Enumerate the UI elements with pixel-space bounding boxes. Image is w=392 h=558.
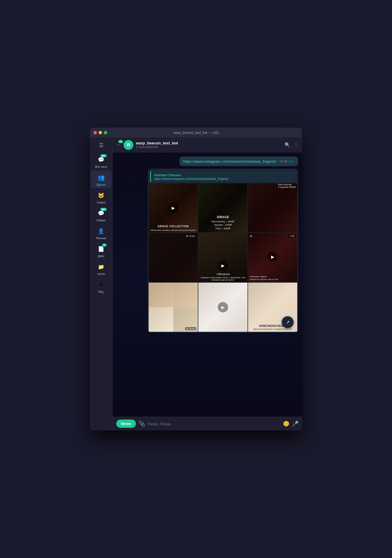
grid-cell-1[interactable]: ▶ GRACE COLLECTION Идеальная посадка, со… [149, 183, 198, 232]
back-badge: 20 [118, 140, 123, 143]
cell-timer-6: 0:05 [288, 234, 296, 238]
read-status: ✓✓ [288, 159, 294, 164]
chat-header: ← 20 W warp_beacon_test_bot 2 пользовате… [113, 137, 302, 152]
cell-bg-5: ▶ 𝒪 Misstease Оформите заказ прямо сейча… [198, 233, 248, 282]
chat-name: warp_beacon_test_bot [136, 141, 282, 145]
play-button-6[interactable]: ▶ [267, 252, 278, 262]
sidebar-item-edit[interactable]: ⚙ Ред. [91, 278, 112, 295]
chat-subtitle: 2 пользователя [136, 145, 282, 149]
chat-input-area: Меню 📎 🙂 🎤 [113, 417, 302, 430]
sidebar-item-tests[interactable]: 📁 тесты [91, 260, 112, 277]
sidebar-item-all-chats[interactable]: 💬 99+ Все чаты [91, 153, 112, 170]
sidebar-item-family[interactable]: 🐱 Семья [91, 189, 112, 206]
back-button[interactable]: ← 20 [116, 142, 121, 148]
tests-label: тесты [97, 272, 105, 275]
image-grid: ▶ GRACE COLLECTION Идеальная посадка, со… [148, 183, 298, 332]
new-icon: 💬 99+ [97, 209, 106, 218]
media-link[interactable]: https://www.instagram.com/stories/misste… [154, 177, 293, 181]
all-chats-badge: 99+ [100, 154, 106, 157]
sidebar-item-personal[interactable]: 👤 Личные [91, 224, 112, 242]
personal-label: Личные [96, 237, 106, 240]
hamburger-menu[interactable]: ☰ [96, 140, 107, 151]
maximize-button[interactable] [104, 131, 107, 134]
chat-panel: ← 20 W warp_beacon_test_bot 2 пользовате… [113, 137, 302, 430]
avatar: W [124, 140, 133, 150]
sidebar-item-new[interactable]: 💬 99+ Новые [91, 207, 112, 224]
window-controls [93, 131, 107, 134]
chat-info: warp_beacon_test_bot 2 пользователя [136, 141, 282, 149]
grid-cell-2[interactable]: GRACE Бюстгальтер – 4300₽Трусики – 2300₽… [198, 183, 248, 232]
close-button[interactable] [93, 131, 97, 134]
cell-bg-6: ⟲ 0:05 ▶ misstease_lingerie Люблю это чу… [248, 233, 297, 282]
more-icon[interactable]: ⋮ [294, 142, 299, 148]
titlebar: warp_beacon_test_bot — (20) [90, 128, 302, 137]
cell-tag-4: @ Grace [185, 234, 196, 238]
app-body: ☰ 💬 99+ Все чаты 👥 Друзья 🐱 Семья [90, 137, 302, 430]
cell-subtext-1: Идеальная посадка, соблазнительный дизай… [149, 229, 198, 231]
grid-cell-5[interactable]: ▶ 𝒪 Misstease Оформите заказ прямо сейча… [198, 233, 248, 282]
sidebar: ☰ 💬 99+ Все чаты 👥 Друзья 🐱 Семья [90, 137, 113, 430]
app-window: warp_beacon_test_bot — (20) ☰ 💬 99+ Все … [90, 128, 302, 430]
diana-tag: @ Diana [185, 327, 196, 330]
messages-area: https://www.instagram.com/stories/misste… [113, 152, 302, 417]
play-button-1[interactable]: ▶ [168, 203, 178, 213]
all-chats-label: Все чаты [95, 165, 107, 168]
family-icon: 🐱 [97, 191, 106, 200]
chat-header-actions: 🔍 ⋮ [285, 142, 299, 148]
dvach-badge: 7 [102, 244, 107, 247]
link-message-bubble: https://www.instagram.com/stories/misste… [179, 157, 298, 166]
media-header: Andrew Crimson https://www.instagram.com… [150, 171, 296, 182]
cell-bg-4: @ Grace [149, 233, 198, 282]
message-time: 23:36 ✓✓ [279, 159, 294, 164]
media-sender: Andrew Crimson [154, 173, 293, 177]
tests-icon: 📁 [97, 262, 106, 271]
friends-icon: 👥 [97, 173, 106, 182]
menu-button[interactable]: Меню [116, 420, 136, 428]
dvach-label: Двач [98, 254, 104, 258]
mic-button[interactable]: 🎤 [292, 421, 299, 427]
grid-cell-7[interactable]: @ Diana [149, 283, 198, 332]
play-button-5[interactable]: ▶ [218, 260, 228, 271]
search-icon[interactable]: 🔍 [285, 142, 290, 148]
attach-button[interactable]: 📎 [139, 421, 145, 427]
emoji-button[interactable]: 🙂 [283, 421, 289, 427]
all-chats-icon: 💬 99+ [97, 155, 106, 164]
sub-cell-1 [149, 283, 173, 307]
play-button-8[interactable]: ▶ [218, 302, 228, 312]
sidebar-item-friends[interactable]: 👥 Друзья [91, 171, 112, 188]
edit-label: Ред. [98, 290, 104, 293]
link-message: https://www.instagram.com/stories/misste… [179, 157, 298, 166]
grid-cell-3[interactable]: Бюстгальтери трусики 6600₽ [248, 183, 297, 232]
sub-cell-3 [149, 307, 173, 332]
grid-cell-8[interactable]: ▶ [198, 283, 248, 332]
new-badge: 99+ [100, 208, 106, 211]
minimize-button[interactable] [99, 131, 102, 134]
message-input[interactable] [148, 422, 280, 426]
edit-icon: ⚙ [97, 280, 106, 289]
hamburger-icon: ☰ [99, 142, 104, 148]
window-title: warp_beacon_test_bot — (20) [173, 131, 219, 135]
media-message-bubble: Andrew Crimson https://www.instagram.com… [148, 169, 298, 333]
sidebar-item-dvach[interactable]: 📄 7 Двач [91, 242, 112, 260]
cell-text-1: GRACE COLLECTION [149, 225, 198, 228]
cell-bg-8: ▶ [198, 283, 248, 332]
new-label: Новые [97, 219, 106, 222]
dvach-icon: 📄 7 [97, 244, 106, 254]
cell-bg-3: Бюстгальтери трусики 6600₽ [248, 183, 297, 232]
sub-grid [149, 283, 198, 332]
link-url[interactable]: https://www.instagram.com/stories/misste… [183, 159, 276, 164]
sub-cell-2 [173, 283, 198, 307]
share-button[interactable]: ↗ [282, 316, 294, 328]
personal-icon: 👤 [97, 226, 106, 236]
reels-icon: ⟲ [250, 234, 252, 238]
grid-cell-6[interactable]: ⟲ 0:05 ▶ misstease_lingerie Люблю это чу… [248, 233, 297, 282]
cell-bg-1: ▶ GRACE COLLECTION Идеальная посадка, со… [149, 183, 198, 232]
cell-bg-2: GRACE Бюстгальтер – 4300₽Трусики – 2300₽… [198, 183, 248, 232]
grid-cell-4[interactable]: @ Grace [149, 233, 198, 282]
family-label: Семья [97, 201, 105, 204]
friends-label: Друзья [97, 183, 106, 186]
